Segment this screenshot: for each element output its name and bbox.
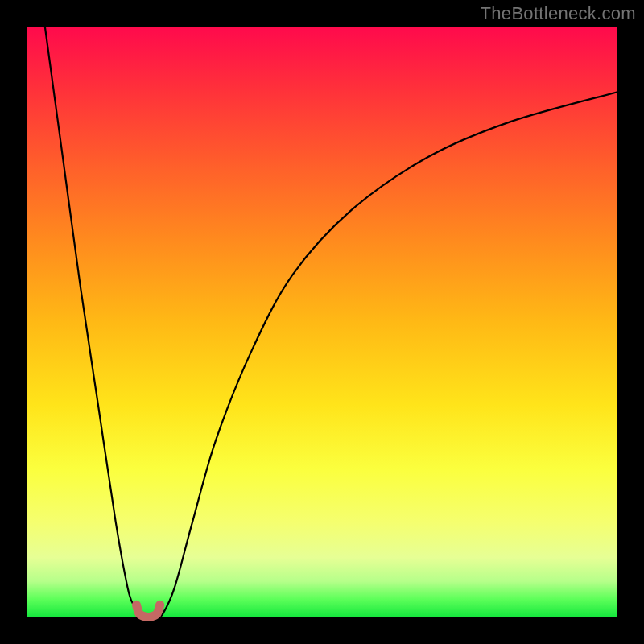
curve-right-branch: [157, 93, 617, 617]
bottleneck-curve: [45, 27, 617, 617]
plot-area: [27, 27, 617, 617]
chart-stage: TheBottleneck.com: [0, 0, 644, 644]
chart-svg: [27, 27, 617, 617]
watermark-text: TheBottleneck.com: [481, 3, 636, 24]
curve-left-branch: [45, 27, 145, 617]
valley-marker: [136, 605, 159, 617]
